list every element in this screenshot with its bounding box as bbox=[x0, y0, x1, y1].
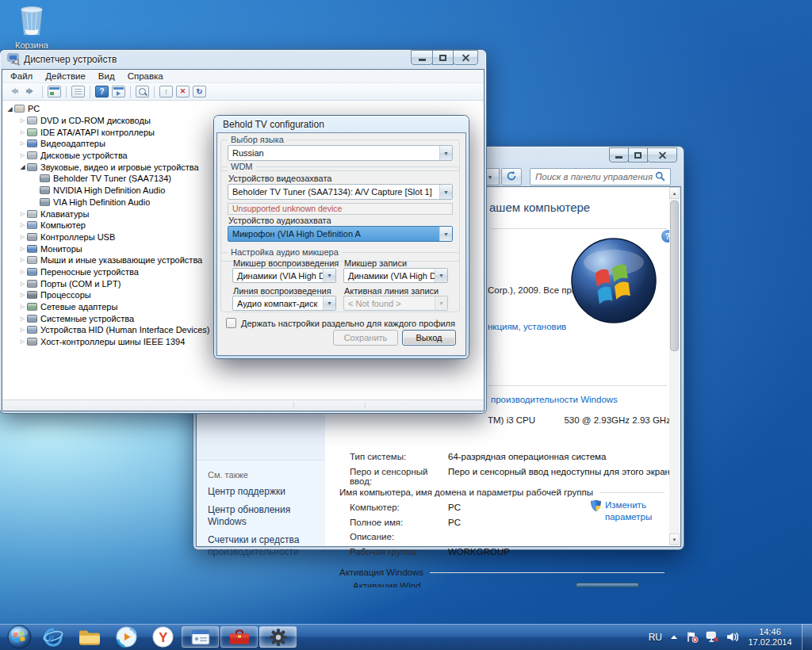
tree-expander-icon[interactable]: ▷ bbox=[18, 304, 27, 310]
sidebar-link-1[interactable]: Центр обновления Windows bbox=[208, 504, 320, 528]
taskbar-media-player-icon[interactable] bbox=[108, 625, 144, 648]
record-mixer-select[interactable]: Динамики (VIA High Definition ▼ bbox=[343, 268, 448, 283]
tree-expander-icon[interactable]: ▷ bbox=[18, 315, 27, 322]
playback-line-select[interactable]: Аудио компакт-диск ▼ bbox=[232, 296, 336, 311]
chevron-down-icon: ▼ bbox=[323, 296, 335, 310]
tree-item-label: NVIDIA High Definition Audio bbox=[53, 185, 165, 195]
menu-item-2[interactable]: Вид bbox=[92, 71, 121, 82]
minimize-button[interactable] bbox=[609, 147, 629, 162]
maximize-button[interactable] bbox=[432, 50, 454, 65]
taskbar-device-manager-taskbar-icon[interactable] bbox=[182, 626, 219, 648]
scroll-up-icon[interactable]: ▲ bbox=[669, 187, 680, 199]
toolbar-separator bbox=[42, 86, 43, 98]
action-pane-icon[interactable] bbox=[112, 86, 125, 98]
row-label: Описание: bbox=[350, 532, 448, 541]
scroll-down-icon[interactable]: ▼ bbox=[669, 533, 680, 545]
taskbar-clock[interactable]: 14:46 17.02.2014 bbox=[745, 627, 795, 648]
tree-expander-icon[interactable]: ▷ bbox=[18, 129, 27, 136]
console-window-icon[interactable] bbox=[48, 86, 61, 98]
chevron-down-icon: ▼ bbox=[435, 296, 447, 310]
tree-expander-icon[interactable]: ◢ bbox=[18, 163, 27, 170]
tree-item-label: Мониторы bbox=[40, 244, 82, 254]
playback-mixer-label: Микшер воспроизведения bbox=[233, 258, 339, 268]
desktop-wallpaper: Корзина ▼ Поиск в панели управления ашем… bbox=[0, 0, 812, 650]
ports-icon bbox=[27, 280, 37, 288]
tree-expander-icon[interactable]: ▷ bbox=[18, 152, 27, 159]
help-icon[interactable]: ? bbox=[95, 86, 109, 98]
video-capture-select[interactable]: Beholder TV Tuner (SAA7134): A/V Capture… bbox=[228, 184, 453, 200]
tree-expander-icon[interactable]: ▷ bbox=[18, 327, 27, 333]
minimize-icon bbox=[615, 156, 622, 159]
update-driver-icon[interactable] bbox=[159, 86, 173, 98]
tree-expander-icon[interactable]: ▷ bbox=[18, 117, 27, 124]
tree-expander-icon[interactable]: ▷ bbox=[18, 246, 27, 252]
tree-expander-icon[interactable]: ▷ bbox=[18, 211, 27, 217]
row-value: PC bbox=[448, 503, 461, 512]
back-icon[interactable] bbox=[7, 86, 21, 98]
menu-item-0[interactable]: Файл bbox=[4, 71, 39, 82]
extra-features-link[interactable]: нкциям, установив bbox=[488, 322, 566, 331]
chevron-down-icon: ▼ bbox=[439, 185, 452, 199]
language-group-label: Выбор языка bbox=[228, 135, 287, 144]
clock-date: 17.02.2014 bbox=[748, 637, 791, 647]
taskbar-internet-explorer-icon[interactable]: e bbox=[35, 625, 71, 648]
minimize-button[interactable] bbox=[411, 50, 433, 65]
tree-expander-icon[interactable]: ▷ bbox=[18, 257, 27, 263]
forward-icon[interactable] bbox=[24, 86, 37, 98]
search-input[interactable]: Поиск в панели управления bbox=[530, 168, 671, 185]
tree-expander-icon[interactable]: ◢ bbox=[6, 105, 14, 113]
language-select[interactable]: Russian ▼ bbox=[228, 145, 453, 161]
tree-expander-icon[interactable]: ▷ bbox=[18, 338, 27, 345]
record-line-select[interactable]: < Not found > ▼ bbox=[343, 296, 448, 311]
close-icon bbox=[658, 151, 667, 159]
volume-icon[interactable] bbox=[726, 632, 738, 642]
menu-item-3[interactable]: Справка bbox=[121, 71, 170, 82]
scrollbar-thumb[interactable] bbox=[670, 201, 679, 351]
uninstall-device-icon[interactable] bbox=[176, 86, 190, 98]
action-center-flag-icon[interactable] bbox=[686, 631, 699, 643]
divider bbox=[488, 385, 667, 386]
taskbar-windows-explorer-icon[interactable] bbox=[71, 625, 108, 648]
tree-expander-icon[interactable]: ▷ bbox=[18, 234, 27, 240]
performance-index-link[interactable]: производительности Windows bbox=[491, 395, 618, 404]
audio-capture-select[interactable]: Микрофон (VIA High Definition A ▼ bbox=[228, 226, 453, 242]
playback-mixer-select[interactable]: Динамики (VIA High Definition ▼ bbox=[232, 268, 336, 283]
tree-expander-icon[interactable]: ▷ bbox=[18, 281, 27, 287]
sidebar-link-0[interactable]: Центр поддержки bbox=[208, 486, 320, 498]
toolbar-separator bbox=[154, 86, 155, 98]
taskbar-system-toolbox-taskbar-icon[interactable] bbox=[220, 626, 258, 648]
tree-item[interactable]: ◢PC bbox=[2, 103, 484, 115]
refresh-button[interactable] bbox=[501, 168, 522, 185]
minimize-icon bbox=[419, 59, 426, 61]
tree-expander-icon[interactable]: ▷ bbox=[18, 140, 27, 147]
scrollbar[interactable]: ▲ ▼ bbox=[669, 187, 680, 545]
taskbar-behold-settings-taskbar-icon[interactable] bbox=[259, 626, 297, 648]
profile-checkbox[interactable] bbox=[226, 318, 236, 328]
language-indicator[interactable]: RU bbox=[649, 632, 662, 643]
exit-button[interactable]: Выход bbox=[402, 330, 456, 346]
tree-expander-icon[interactable]: ▷ bbox=[18, 269, 27, 275]
sidebar-link-2[interactable]: Счетчики и средства производительности bbox=[208, 534, 320, 558]
save-button[interactable]: Сохранить bbox=[333, 330, 398, 346]
taskbar-yandex-browser-icon[interactable]: Y bbox=[144, 625, 181, 648]
tree-item-label: Beholder TV Tuner (SAA7134) bbox=[53, 174, 171, 183]
properties-icon[interactable] bbox=[71, 86, 85, 98]
show-desktop-button[interactable] bbox=[802, 624, 812, 650]
tree-expander-icon[interactable]: ▷ bbox=[18, 222, 27, 228]
computer-name-row: Описание: bbox=[350, 532, 510, 547]
change-settings-link[interactable]: Изменить параметры bbox=[590, 499, 652, 523]
activation-button[interactable] bbox=[576, 583, 639, 587]
close-button[interactable] bbox=[647, 147, 677, 162]
system-devices-icon bbox=[27, 315, 37, 323]
network-status-icon[interactable] bbox=[706, 631, 719, 643]
find-icon[interactable] bbox=[136, 86, 149, 98]
refresh-icon bbox=[506, 170, 517, 183]
taskbar-start-orb[interactable] bbox=[3, 625, 35, 648]
hidden-icons-chevron[interactable] bbox=[669, 633, 679, 641]
recycle-bin[interactable]: Корзина bbox=[6, 5, 57, 50]
menu-item-1[interactable]: Действие bbox=[39, 71, 92, 82]
close-button[interactable] bbox=[453, 50, 478, 65]
tree-expander-icon[interactable]: ▷ bbox=[18, 292, 27, 298]
maximize-button[interactable] bbox=[628, 147, 648, 162]
scan-hardware-changes-icon[interactable] bbox=[193, 86, 206, 98]
